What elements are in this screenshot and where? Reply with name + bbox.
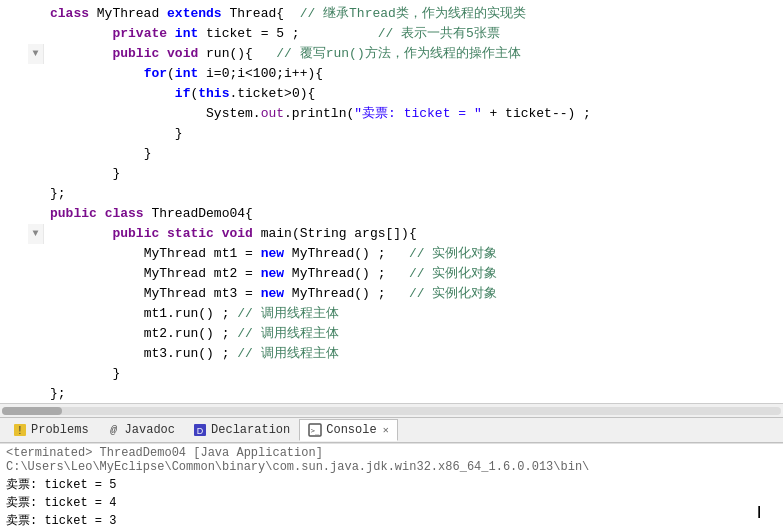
tab-declaration-label: Declaration [211, 423, 290, 437]
tab-declaration[interactable]: DDeclaration [184, 419, 299, 441]
code-token-kw-blue: if [175, 86, 191, 101]
collapse-toggle[interactable]: ▼ [28, 44, 44, 64]
console-terminated-line: <terminated> ThreadDemo04 [Java Applicat… [6, 446, 777, 474]
code-token: } [112, 166, 120, 181]
code-token [97, 206, 105, 221]
code-editor[interactable]: class MyThread extends Thread{ // 继承Thre… [0, 0, 783, 417]
code-line: class MyThread extends Thread{ // 继承Thre… [0, 4, 783, 24]
code-line: private int ticket = 5 ; // 表示一共有5张票 [0, 24, 783, 44]
console-content: <terminated> ThreadDemo04 [Java Applicat… [0, 444, 783, 528]
code-token [214, 226, 222, 241]
code-token-kw-blue: new [261, 246, 284, 261]
code-token-kw: void [222, 226, 253, 241]
line-code-content: }; [44, 384, 783, 403]
tab-console[interactable]: >_Console✕ [299, 419, 397, 441]
code-token-kw-blue: new [261, 266, 284, 281]
code-token: ticket = 5 ; [198, 26, 377, 41]
code-line: if(this.ticket>0){ [0, 84, 783, 104]
code-token-out-method: out [261, 106, 284, 121]
code-line: MyThread mt3 = new MyThread() ; // 实例化对象 [0, 284, 783, 304]
code-token: mt3.run() ; [144, 346, 238, 361]
code-token-comment: // 调用线程主体 [237, 326, 338, 341]
line-code-content: public class ThreadDemo04{ [44, 204, 783, 224]
console-output-line: 卖票: ticket = 3 [6, 512, 777, 528]
horizontal-scrollbar[interactable] [0, 403, 783, 417]
code-token: MyThread mt2 = [144, 266, 261, 281]
code-line: mt2.run() ; // 调用线程主体 [0, 324, 783, 344]
code-line: ▼ public static void main(String args[])… [0, 224, 783, 244]
code-token: MyThread() ; [284, 266, 409, 281]
code-token: ( [167, 66, 175, 81]
code-token-kw-blue: this [198, 86, 229, 101]
line-code-content: mt1.run() ; // 调用线程主体 [44, 304, 783, 324]
code-token-comment: // 覆写run()方法，作为线程的操作主体 [276, 46, 520, 61]
code-token: Thread{ [222, 6, 300, 21]
code-token-kw: public [112, 46, 159, 61]
line-code-content: } [44, 164, 783, 184]
code-token-comment: // 调用线程主体 [237, 346, 338, 361]
line-code-content: } [44, 144, 783, 164]
code-token-comment: // 继承Thread类，作为线程的实现类 [300, 6, 526, 21]
console-output-line: 卖票: ticket = 4 [6, 494, 777, 512]
tab-javadoc-label: Javadoc [125, 423, 175, 437]
code-token [159, 46, 167, 61]
code-token-comment: // 表示一共有5张票 [378, 26, 500, 41]
code-line: ▼ public void run(){ // 覆写run()方法，作为线程的操… [0, 44, 783, 64]
code-token: .println( [284, 106, 354, 121]
code-token: }; [50, 386, 66, 401]
code-line: MyThread mt1 = new MyThread() ; // 实例化对象 [0, 244, 783, 264]
code-line: } [0, 124, 783, 144]
line-code-content: private int ticket = 5 ; // 表示一共有5张票 [44, 24, 783, 44]
line-code-content: } [44, 364, 783, 384]
svg-text:D: D [197, 426, 204, 436]
code-token-kw: private [112, 26, 167, 41]
code-token-comment: // 实例化对象 [409, 286, 497, 301]
code-token-kw: class [105, 206, 144, 221]
code-token-kw-blue: extends [167, 6, 222, 21]
code-token-kw: class [50, 6, 89, 21]
code-line: } [0, 164, 783, 184]
code-content: class MyThread extends Thread{ // 继承Thre… [0, 0, 783, 403]
scrollbar-track[interactable] [2, 407, 781, 415]
scrollbar-thumb[interactable] [2, 407, 62, 415]
code-line: for(int i=0;i<100;i++){ [0, 64, 783, 84]
line-code-content: public static void main(String args[]){ [44, 224, 783, 244]
code-line: }; [0, 384, 783, 403]
code-token: } [112, 366, 120, 381]
line-code-content: MyThread mt3 = new MyThread() ; // 实例化对象 [44, 284, 783, 304]
code-token: ThreadDemo04{ [144, 206, 253, 221]
code-token-kw-blue: new [261, 286, 284, 301]
bottom-tab-bar: !Problems@JavadocDDeclaration>_Console✕ [0, 417, 783, 443]
code-token: } [144, 146, 152, 161]
line-code-content: MyThread mt2 = new MyThread() ; // 实例化对象 [44, 264, 783, 284]
tab-console-label: Console [326, 423, 376, 437]
code-token: }; [50, 186, 66, 201]
line-code-content: MyThread mt1 = new MyThread() ; // 实例化对象 [44, 244, 783, 264]
code-token-kw: static [167, 226, 214, 241]
tab-problems[interactable]: !Problems [4, 419, 98, 441]
code-token: main(String args[]){ [253, 226, 417, 241]
code-token: MyThread mt3 = [144, 286, 261, 301]
code-token-comment: // 实例化对象 [409, 266, 497, 281]
code-token: MyThread() ; [284, 246, 409, 261]
tab-javadoc[interactable]: @Javadoc [98, 419, 184, 441]
code-token: i=0;i<100;i++){ [198, 66, 323, 81]
tab-problems-icon: ! [13, 423, 27, 437]
code-line: } [0, 144, 783, 164]
code-line: public class ThreadDemo04{ [0, 204, 783, 224]
code-line: mt3.run() ; // 调用线程主体 [0, 344, 783, 364]
tab-console-close[interactable]: ✕ [383, 424, 389, 436]
code-token [159, 226, 167, 241]
line-code-content: }; [44, 184, 783, 204]
svg-text:>_: >_ [311, 427, 320, 435]
code-token: MyThread mt1 = [144, 246, 261, 261]
svg-text:!: ! [19, 425, 22, 436]
line-code-content: System.out.println("卖票: ticket = " + tic… [44, 104, 783, 124]
code-token: .ticket>0){ [229, 86, 315, 101]
code-token-kw: void [167, 46, 198, 61]
tab-javadoc-icon: @ [107, 423, 121, 437]
code-token: mt1.run() ; [144, 306, 238, 321]
collapse-toggle[interactable]: ▼ [28, 224, 44, 244]
code-token-string: "卖票: ticket = " [354, 106, 481, 121]
code-line: }; [0, 184, 783, 204]
